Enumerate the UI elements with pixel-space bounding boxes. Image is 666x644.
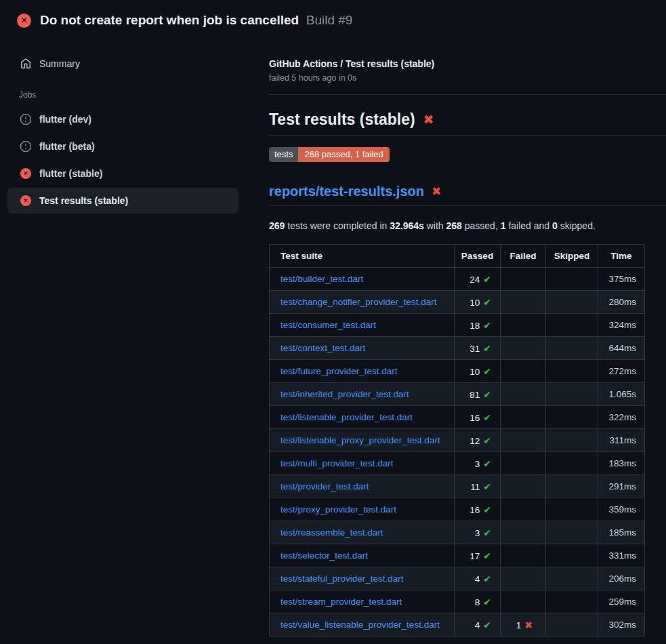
cell-time: 302ms (598, 613, 645, 637)
sidebar-item-flutter-dev[interactable]: flutter (dev) (7, 106, 238, 132)
check-icon: ✔ (483, 343, 491, 354)
cell-passed: 8✔ (455, 590, 501, 613)
check-icon: ✔ (483, 412, 491, 423)
test-suite-link[interactable]: test/provider_test.dart (280, 481, 369, 491)
test-suite-link[interactable]: test/listenable_provider_test.dart (280, 412, 413, 422)
column-header-failed: Failed (501, 245, 546, 268)
cell-time: 324ms (598, 314, 645, 337)
test-suite-link[interactable]: test/change_notifier_provider_test.dart (280, 297, 436, 307)
sidebar-item-label: flutter (dev) (39, 114, 91, 125)
build-failed-icon: ✕ (17, 14, 31, 28)
badge-label: tests (269, 147, 298, 162)
cell-test-suite: test/reassemble_test.dart (270, 521, 455, 544)
cell-time: 311ms (598, 429, 645, 452)
check-icon: ✔ (483, 527, 491, 538)
sidebar: Summary Jobs flutter (dev)flutter (beta)… (0, 38, 269, 215)
test-suite-link[interactable]: test/reassemble_test.dart (280, 527, 383, 538)
cell-test-suite: test/listenable_provider_test.dart (270, 406, 455, 429)
report-file-link[interactable]: reports/test-results.json (269, 184, 424, 199)
test-suite-link[interactable]: test/value_listenable_provider_test.dart (280, 620, 440, 630)
breadcrumb-divider (269, 94, 666, 95)
cell-failed (501, 268, 546, 291)
badge-value: 268 passed, 1 failed (298, 147, 389, 162)
cell-passed: 81✔ (455, 383, 501, 406)
cell-skipped (546, 337, 598, 360)
sidebar-item-flutter-beta[interactable]: flutter (beta) (7, 134, 238, 159)
test-suite-link[interactable]: test/context_test.dart (280, 343, 365, 353)
cell-test-suite: test/future_provider_test.dart (270, 360, 455, 383)
cancelled-octagon-icon (20, 114, 31, 125)
cell-failed: 1✖ (501, 613, 546, 637)
test-suite-link[interactable]: test/stream_provider_test.dart (280, 597, 402, 607)
test-suite-link[interactable]: test/selector_test.dart (280, 550, 368, 561)
table-row: test/change_notifier_provider_test.dart1… (270, 291, 645, 314)
home-icon (20, 58, 31, 69)
run-meta: failed 5 hours ago in 0s (269, 73, 666, 83)
cell-time: 322ms (598, 406, 645, 429)
check-icon: ✔ (483, 597, 491, 607)
cell-passed: 4✔ (455, 613, 501, 637)
check-icon: ✔ (483, 481, 491, 492)
test-suite-link[interactable]: test/multi_provider_test.dart (280, 458, 394, 468)
cell-passed: 31✔ (455, 337, 501, 360)
build-title: Do not create report when job is cancell… (40, 13, 352, 28)
section-title: Test results (stable) (269, 110, 415, 129)
cell-test-suite: test/change_notifier_provider_test.dart (270, 291, 455, 314)
cross-icon: ✖ (524, 620, 533, 630)
table-row: test/selector_test.dart17✔331ms (270, 544, 645, 567)
table-row: test/stream_provider_test.dart8✔259ms (270, 590, 645, 613)
cell-test-suite: test/provider_test.dart (270, 475, 455, 498)
cell-failed (501, 314, 546, 337)
cell-failed (501, 337, 546, 360)
cell-failed (501, 360, 546, 383)
check-icon: ✔ (483, 389, 491, 400)
cell-failed (501, 429, 546, 452)
sidebar-item-label: flutter (stable) (39, 168, 102, 179)
cell-passed: 24✔ (455, 268, 501, 291)
table-row: test/context_test.dart31✔644ms (270, 337, 645, 360)
cell-time: 206ms (598, 567, 645, 590)
cell-passed: 16✔ (455, 406, 501, 429)
section-heading: Test results (stable) ✖ (269, 110, 666, 136)
report-heading: reports/test-results.json ✖ (269, 184, 666, 206)
test-suite-link[interactable]: test/inherited_provider_test.dart (280, 389, 409, 399)
cell-time: 185ms (598, 521, 645, 544)
sidebar-item-test-results-stable[interactable]: ✕Test results (stable) (7, 188, 238, 214)
cell-passed: 3✔ (455, 521, 501, 544)
sidebar-item-flutter-stable[interactable]: ✕flutter (stable) (7, 161, 238, 186)
test-suite-link[interactable]: test/builder_test.dart (280, 274, 363, 284)
cell-skipped (546, 314, 598, 337)
cell-time: 259ms (598, 590, 645, 613)
sidebar-item-summary[interactable]: Summary (7, 52, 238, 75)
table-row: test/consumer_test.dart18✔324ms (270, 314, 645, 337)
table-row: test/value_listenable_provider_test.dart… (270, 613, 645, 637)
cell-test-suite: test/consumer_test.dart (270, 314, 455, 337)
cell-skipped (546, 406, 598, 429)
cell-test-suite: test/multi_provider_test.dart (270, 452, 455, 475)
failed-circle-icon: ✕ (20, 168, 31, 179)
sidebar-summary-label: Summary (39, 58, 80, 69)
cell-failed (501, 452, 546, 475)
cell-skipped (546, 567, 598, 590)
cell-test-suite: test/context_test.dart (270, 337, 455, 360)
cell-skipped (546, 360, 598, 383)
test-suite-link[interactable]: test/listenable_proxy_provider_test.dart (280, 435, 440, 445)
test-suite-link[interactable]: test/stateful_provider_test.dart (280, 573, 404, 584)
cell-skipped (546, 613, 598, 637)
table-row: test/reassemble_test.dart3✔185ms (270, 521, 645, 544)
table-row: test/builder_test.dart24✔375ms (270, 268, 645, 291)
cell-failed (501, 475, 546, 498)
table-row: test/listenable_provider_test.dart16✔322… (270, 406, 645, 429)
cell-time: 280ms (598, 291, 645, 314)
cell-time: 375ms (598, 268, 645, 291)
cell-passed: 10✔ (455, 291, 501, 314)
jobs-section-heading: Jobs (19, 90, 269, 100)
test-suite-link[interactable]: test/consumer_test.dart (280, 320, 376, 330)
test-suite-link[interactable]: test/proxy_provider_test.dart (280, 504, 396, 515)
table-row: test/provider_test.dart11✔291ms (270, 475, 645, 498)
test-suite-link[interactable]: test/future_provider_test.dart (280, 366, 398, 376)
main-content: GitHub Actions / Test results (stable) f… (269, 38, 666, 637)
cell-skipped (546, 521, 598, 544)
cell-time: 359ms (598, 498, 645, 521)
column-header-passed: Passed (455, 245, 501, 268)
